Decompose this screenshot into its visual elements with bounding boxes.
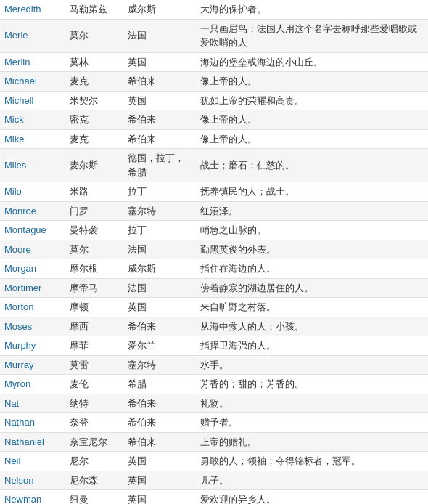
name-cell: Murray [0,355,65,375]
name-link[interactable]: Nelson [4,475,33,486]
name-cell: Morton [0,298,65,317]
name-link[interactable]: Myron [4,378,30,389]
name-cell: Meredith [0,0,65,19]
name-link[interactable]: Murphy [4,340,36,351]
name-cell: Mortimer [0,278,65,298]
table-row: Newman 纽曼 英国 爱欢迎的异乡人。 [0,490,428,505]
desc-cell: 爱欢迎的异乡人。 [196,490,428,505]
name-link[interactable]: Murray [4,359,33,370]
name-link[interactable]: Monroe [4,206,36,216]
name-cell: Nat [0,394,65,413]
desc-cell: 赠予者。 [196,413,428,433]
desc-cell: 上帝的赠礼。 [196,432,428,452]
table-row: Nathaniel 奈宝尼尔 希伯来 上帝的赠礼。 [0,432,428,452]
name-link[interactable]: Michael [4,76,37,86]
origin-cell: 英国 [123,471,196,490]
name-cell: Newman [0,490,65,505]
zh-cell: 马勒第兹 [65,0,123,19]
zh-cell: 莫雷 [65,355,123,375]
origin-cell: 希伯来 [123,413,196,433]
name-cell: Nathaniel [0,432,65,452]
desc-cell: 战士；磨石；仁慈的。 [196,149,428,182]
origin-cell: 威尔斯 [123,259,196,279]
zh-cell: 摩菲 [65,336,123,356]
desc-cell: 峭急之山脉的。 [196,221,428,240]
name-link[interactable]: Neil [4,455,20,466]
table-row: Merlin 莫林 英国 海边的堡垒或海边的小山丘。 [0,52,428,72]
origin-cell: 英国 [123,298,196,317]
table-row: Morton 摩顿 英国 来自旷野之村落。 [0,298,428,317]
origin-cell: 英国 [123,52,196,72]
desc-cell: 抚养镇民的人；战士。 [196,182,428,202]
zh-cell: 麦克 [65,129,123,149]
desc-cell: 水手。 [196,355,428,375]
zh-cell: 奈登 [65,413,123,433]
zh-cell: 门罗 [65,201,123,221]
name-link[interactable]: Newman [4,494,41,504]
name-cell: Milo [0,182,65,202]
name-cell: Morgan [0,259,65,279]
origin-cell: 法国 [123,19,196,52]
desc-cell: 像上帝的人。 [196,110,428,130]
name-link[interactable]: Nathaniel [4,436,44,447]
table-row: Nat 纳特 希伯来 礼物。 [0,394,428,413]
table-row: Meredith 马勒第兹 威尔斯 大海的保护者。 [0,0,428,19]
zh-cell: 麦尔斯 [65,149,123,182]
table-row: Merle 莫尔 法国 一只画眉鸟；法国人用这个名字去称呼那些爱唱歌或爱吹哨的人 [0,19,428,52]
name-link[interactable]: Michell [4,95,33,106]
name-link[interactable]: Morgan [4,263,36,274]
desc-cell: 大海的保护者。 [196,0,428,19]
name-link[interactable]: Montague [4,224,46,235]
name-link[interactable]: Merle [4,30,28,41]
name-link[interactable]: Nat [4,398,19,409]
zh-cell: 密克 [65,110,123,130]
zh-cell: 米契尔 [65,91,123,110]
desc-cell: 芳香的；甜的；芳香的。 [196,375,428,394]
zh-cell: 摩尔根 [65,259,123,279]
name-link[interactable]: Moses [4,321,32,332]
name-cell: Montague [0,221,65,240]
name-link[interactable]: Mike [4,134,24,145]
desc-cell: 海边的堡垒或海边的小山丘。 [196,52,428,72]
name-link[interactable]: Mick [4,114,24,125]
origin-cell: 德国，拉丁，希腊 [123,149,196,182]
name-cell: Nelson [0,471,65,490]
name-cell: Miles [0,149,65,182]
zh-cell: 尼尔森 [65,471,123,490]
name-cell: Neil [0,452,65,471]
name-link[interactable]: Moore [4,244,31,255]
name-cell: Nathan [0,413,65,433]
zh-cell: 莫林 [65,52,123,72]
name-link[interactable]: Nathan [4,417,35,428]
origin-cell: 希伯来 [123,72,196,92]
desc-cell: 来自旷野之村落。 [196,298,428,317]
origin-cell: 希伯来 [123,129,196,149]
zh-cell: 摩帝马 [65,278,123,298]
table-row: Murphy 摩菲 爱尔兰 指捍卫海强的人。 [0,336,428,356]
name-cell: Monroe [0,201,65,221]
origin-cell: 塞尔特 [123,201,196,221]
origin-cell: 英国 [123,452,196,471]
desc-cell: 儿子。 [196,471,428,490]
table-row: Neil 尼尔 英国 勇敢的人；领袖；夺得锦标者，冠军。 [0,452,428,471]
name-link[interactable]: Miles [4,160,26,171]
desc-cell: 一只画眉鸟；法国人用这个名字去称呼那些爱唱歌或爱吹哨的人 [196,19,428,52]
desc-cell: 像上帝的人。 [196,129,428,149]
desc-cell: 勇敢的人；领袖；夺得锦标者，冠军。 [196,452,428,471]
name-link[interactable]: Mortimer [4,283,41,293]
table-row: Michell 米契尔 英国 犹如上帝的荣耀和高贵。 [0,91,428,110]
zh-cell: 尼尔 [65,452,123,471]
table-row: Nelson 尼尔森 英国 儿子。 [0,471,428,490]
name-cell: Murphy [0,336,65,356]
name-link[interactable]: Merlin [4,57,30,68]
name-link[interactable]: Morton [4,301,33,312]
origin-cell: 英国 [123,91,196,110]
table-row: Mike 麦克 希伯来 像上帝的人。 [0,129,428,149]
origin-cell: 希腊 [123,375,196,394]
name-cell: Mike [0,129,65,149]
name-link[interactable]: Meredith [4,4,41,15]
zh-cell: 摩顿 [65,298,123,317]
name-link[interactable]: Milo [4,186,22,197]
table-row: Myron 麦伦 希腊 芳香的；甜的；芳香的。 [0,375,428,394]
origin-cell: 希伯来 [123,110,196,130]
